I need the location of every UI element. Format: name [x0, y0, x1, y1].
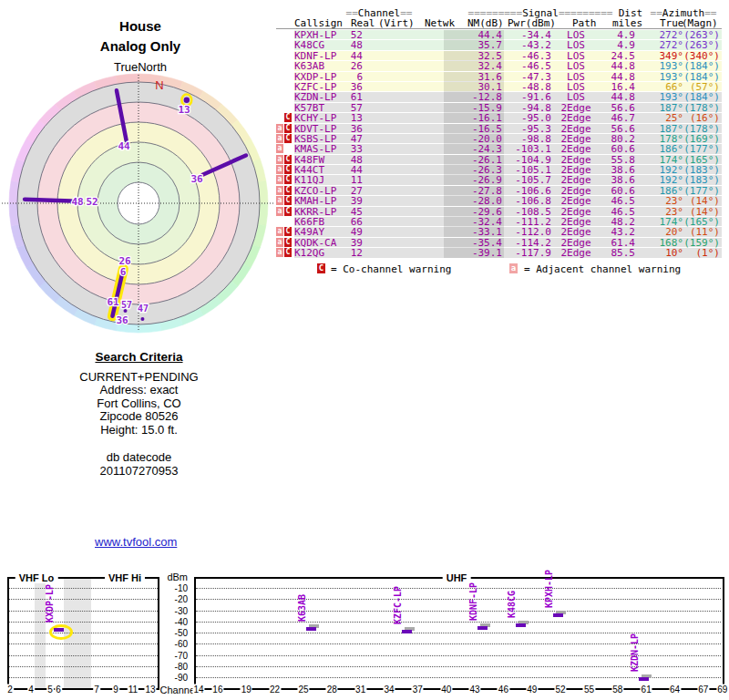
cell-power-dbm: -114.2 — [504, 238, 553, 248]
cell-azimuth-magnetic: (165°) — [683, 155, 722, 165]
dbm-tick-label: -70 — [151, 651, 188, 661]
db-datecode-value: 201107270953 — [36, 465, 241, 479]
cell-real-channel: 39 — [340, 196, 363, 206]
vhf-panel — [7, 577, 159, 690]
co-channel-warning-flag: C — [284, 113, 292, 122]
cell-path: LOS — [553, 40, 599, 50]
cell-real-channel: 6 — [340, 72, 363, 82]
cell-azimuth-magnetic: (184°) — [683, 92, 722, 102]
co-channel-warning-flag: C — [284, 134, 292, 143]
cell-path: LOS — [553, 82, 599, 92]
cell-nm-db: -16.5 — [444, 124, 504, 134]
radar-channel-label: 57 — [121, 300, 132, 310]
cell-power-dbm: -43.2 — [504, 40, 553, 50]
cell-virtual-channel — [363, 144, 403, 154]
cell-virtual-channel — [363, 227, 403, 237]
tvfool-link[interactable]: www.tvfool.com — [95, 535, 177, 549]
cell-real-channel: 27 — [340, 186, 363, 196]
table-row: aCK12QG12-39.1-117.92Edge85.510°(1°) — [276, 248, 722, 258]
cell-callsign: K44CT — [294, 165, 340, 175]
dbm-axis-label: dBm — [151, 571, 188, 582]
vhf-lo-band-label: VHF Lo — [15, 572, 58, 583]
radar-channel-label: 13 — [178, 104, 190, 116]
co-channel-warning-flag: C — [284, 227, 292, 236]
cell-nm-db: 32.4 — [444, 61, 504, 71]
channel-tick-label: 9 — [112, 685, 119, 695]
cell-network — [403, 207, 444, 217]
cell-network — [403, 40, 444, 50]
cell-nm-db: 44.4 — [444, 30, 504, 40]
cell-network — [403, 165, 444, 175]
channel-tick-label: 22 — [269, 685, 281, 695]
cell-nm-db: -16.1 — [444, 113, 504, 123]
cell-azimuth-true: 193° — [635, 61, 683, 71]
cell-real-channel: 11 — [340, 175, 363, 185]
cell-nm-db: -33.1 — [444, 227, 504, 237]
cell-miles: 44.8 — [599, 72, 635, 82]
adjacent-warning-flag: a — [276, 186, 283, 195]
cell-callsign: KCHY-LP — [294, 113, 340, 123]
cell-power-dbm: -48.8 — [504, 82, 553, 92]
cell-azimuth-magnetic: (340°) — [683, 51, 722, 61]
cell-path: 2Edge — [553, 227, 599, 237]
cell-nm-db: -27.8 — [444, 186, 504, 196]
dbm-tick-label: -60 — [151, 639, 188, 649]
cell-path: LOS — [553, 92, 599, 102]
search-criteria-heading: Search Criteria — [36, 351, 241, 365]
cell-nm-db: -15.9 — [444, 103, 504, 113]
cell-azimuth-true: 23° — [635, 207, 683, 217]
cell-path: LOS — [553, 30, 599, 40]
search-criteria: Search Criteria CURRENT+PENDING Address:… — [36, 351, 241, 478]
page-title: House — [0, 18, 281, 34]
station-bar-label: KPXH-LP — [544, 570, 553, 608]
cell-nm-db: -29.6 — [444, 207, 504, 217]
cell-azimuth-true: 349° — [635, 51, 683, 61]
cell-path: 2Edge — [553, 207, 599, 217]
criteria-line: Fort Collins, CO — [36, 397, 241, 411]
adjacent-warning-flag: a — [276, 155, 283, 164]
station-row-data: K63AB2632.4-46.5LOS44.8193°(184°) — [294, 61, 722, 71]
warning-flags: aC — [276, 51, 294, 61]
cell-path: LOS — [553, 72, 599, 82]
cell-azimuth-magnetic: (177°) — [683, 144, 722, 154]
cell-power-dbm: -34.4 — [504, 30, 553, 40]
cell-real-channel: 66 — [340, 217, 363, 227]
channel-tick-label: 52 — [555, 685, 567, 695]
cell-virtual-channel — [363, 82, 403, 92]
radar-channel-label: 52 — [86, 196, 98, 208]
channel-tick-label: 28 — [326, 685, 338, 695]
cell-miles: 48.2 — [599, 217, 635, 227]
cell-power-dbm: -46.5 — [504, 61, 553, 71]
cell-power-dbm: -112.0 — [504, 227, 553, 237]
cell-nm-db: -39.1 — [444, 248, 504, 258]
cell-virtual-channel — [363, 207, 403, 217]
channel-tick-label: 5 — [46, 685, 54, 695]
cell-power-dbm: -111.2 — [504, 217, 553, 227]
cell-path: 2Edge — [553, 238, 599, 248]
cell-azimuth-true: 187° — [635, 103, 683, 113]
adjacent-warning-flag: a — [276, 124, 283, 133]
cell-azimuth-true: 272° — [635, 40, 683, 50]
co-channel-warning-flag: C — [284, 165, 292, 174]
dbm-tick-label: -30 — [151, 606, 188, 616]
cell-real-channel: 12 — [340, 248, 363, 258]
cell-nm-db: -26.9 — [444, 175, 504, 185]
cell-miles: 24.5 — [599, 51, 635, 61]
cell-virtual-channel — [363, 238, 403, 248]
cell-nm-db: 30.1 — [444, 82, 504, 92]
warning-flags: aC — [276, 155, 294, 165]
table-rows: aCKPXH-LP5244.4-34.4LOS4.9272°(263°)aCK4… — [276, 30, 722, 259]
station-bar — [54, 628, 64, 632]
cell-miles: 4.9 — [599, 40, 635, 50]
cell-nm-db: -32.4 — [444, 217, 504, 227]
adjacent-warning-flag: a — [276, 248, 283, 257]
cell-azimuth-true: 20° — [635, 227, 683, 237]
adjacent-warning-flag: a — [276, 144, 283, 153]
cell-miles: 56.6 — [599, 103, 635, 113]
cell-miles: 80.2 — [599, 134, 635, 144]
table-row: aCK63AB2632.4-46.5LOS44.8193°(184°) — [276, 61, 722, 71]
cell-callsign: K49AY — [294, 227, 340, 237]
cell-azimuth-true: 193° — [635, 92, 683, 102]
channel-tick-label: 49 — [526, 685, 538, 695]
cell-virtual-channel — [363, 248, 403, 258]
